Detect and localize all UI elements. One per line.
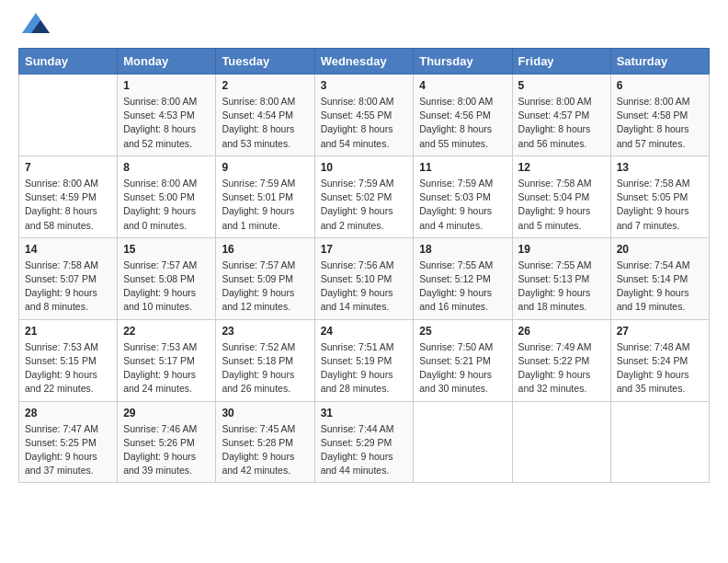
daylight: Daylight: 8 hours and 56 minutes. bbox=[518, 123, 591, 148]
sunrise: Sunrise: 7:46 AM bbox=[123, 423, 197, 434]
day-info: Sunrise: 7:53 AM Sunset: 5:15 PM Dayligh… bbox=[25, 340, 111, 396]
sunset: Sunset: 5:01 PM bbox=[222, 191, 293, 202]
calendar-cell: 24 Sunrise: 7:51 AM Sunset: 5:19 PM Dayl… bbox=[314, 319, 414, 401]
calendar-table: SundayMondayTuesdayWednesdayThursdayFrid… bbox=[18, 48, 710, 483]
sunrise: Sunrise: 8:00 AM bbox=[419, 96, 493, 107]
daylight: Daylight: 9 hours and 2 minutes. bbox=[321, 205, 393, 230]
daylight: Daylight: 9 hours and 5 minutes. bbox=[518, 205, 591, 230]
daylight: Daylight: 9 hours and 14 minutes. bbox=[321, 287, 393, 312]
calendar-cell: 27 Sunrise: 7:48 AM Sunset: 5:24 PM Dayl… bbox=[610, 319, 709, 401]
calendar-cell: 29 Sunrise: 7:46 AM Sunset: 5:26 PM Dayl… bbox=[118, 401, 216, 483]
calendar-cell: 16 Sunrise: 7:57 AM Sunset: 5:09 PM Dayl… bbox=[216, 237, 314, 319]
weekday-header: Sunday bbox=[19, 49, 118, 75]
sunset: Sunset: 5:08 PM bbox=[123, 273, 195, 284]
calendar-cell: 7 Sunrise: 8:00 AM Sunset: 4:59 PM Dayli… bbox=[19, 155, 118, 237]
day-number: 20 bbox=[617, 243, 703, 256]
calendar-cell: 26 Sunrise: 7:49 AM Sunset: 5:22 PM Dayl… bbox=[512, 319, 610, 401]
daylight: Daylight: 9 hours and 35 minutes. bbox=[617, 369, 689, 394]
day-number: 28 bbox=[25, 407, 111, 419]
sunrise: Sunrise: 7:44 AM bbox=[321, 423, 394, 434]
calendar-cell bbox=[610, 401, 709, 483]
day-number: 13 bbox=[617, 161, 703, 174]
sunrise: Sunrise: 7:56 AM bbox=[321, 259, 394, 270]
sunrise: Sunrise: 7:59 AM bbox=[419, 178, 493, 189]
calendar-cell: 12 Sunrise: 7:58 AM Sunset: 5:04 PM Dayl… bbox=[512, 155, 610, 237]
calendar-cell bbox=[19, 75, 118, 156]
day-info: Sunrise: 7:45 AM Sunset: 5:28 PM Dayligh… bbox=[222, 422, 308, 478]
daylight: Daylight: 9 hours and 32 minutes. bbox=[518, 369, 591, 394]
sunset: Sunset: 5:17 PM bbox=[123, 355, 195, 366]
day-number: 15 bbox=[123, 243, 210, 256]
day-info: Sunrise: 7:44 AM Sunset: 5:29 PM Dayligh… bbox=[321, 422, 408, 478]
sunset: Sunset: 5:21 PM bbox=[419, 355, 491, 366]
calendar-cell: 21 Sunrise: 7:53 AM Sunset: 5:15 PM Dayl… bbox=[19, 319, 118, 401]
sunrise: Sunrise: 8:00 AM bbox=[321, 96, 394, 107]
sunrise: Sunrise: 7:51 AM bbox=[321, 341, 394, 352]
day-number: 11 bbox=[419, 161, 506, 174]
calendar-cell: 30 Sunrise: 7:45 AM Sunset: 5:28 PM Dayl… bbox=[216, 401, 314, 483]
sunset: Sunset: 5:15 PM bbox=[25, 355, 97, 366]
calendar-week-row: 21 Sunrise: 7:53 AM Sunset: 5:15 PM Dayl… bbox=[19, 319, 710, 401]
calendar-cell: 28 Sunrise: 7:47 AM Sunset: 5:25 PM Dayl… bbox=[19, 401, 118, 483]
daylight: Daylight: 8 hours and 52 minutes. bbox=[123, 123, 196, 148]
sunset: Sunset: 5:14 PM bbox=[617, 273, 688, 284]
day-number: 14 bbox=[25, 243, 111, 256]
day-info: Sunrise: 8:00 AM Sunset: 4:55 PM Dayligh… bbox=[321, 95, 408, 151]
day-info: Sunrise: 7:59 AM Sunset: 5:03 PM Dayligh… bbox=[419, 177, 506, 233]
sunrise: Sunrise: 7:58 AM bbox=[518, 178, 592, 189]
day-number: 12 bbox=[518, 161, 605, 174]
sunset: Sunset: 4:54 PM bbox=[222, 109, 293, 121]
page-header bbox=[18, 18, 710, 33]
day-number: 4 bbox=[419, 79, 506, 92]
sunset: Sunset: 4:59 PM bbox=[25, 191, 97, 202]
sunset: Sunset: 5:18 PM bbox=[222, 355, 293, 366]
calendar-header-row: SundayMondayTuesdayWednesdayThursdayFrid… bbox=[19, 49, 710, 75]
sunrise: Sunrise: 7:50 AM bbox=[419, 341, 493, 352]
day-info: Sunrise: 7:53 AM Sunset: 5:17 PM Dayligh… bbox=[123, 340, 210, 396]
weekday-header: Wednesday bbox=[314, 49, 414, 75]
sunrise: Sunrise: 8:00 AM bbox=[123, 178, 197, 189]
daylight: Daylight: 9 hours and 16 minutes. bbox=[419, 287, 492, 312]
day-number: 5 bbox=[518, 79, 605, 92]
sunset: Sunset: 5:24 PM bbox=[617, 355, 688, 366]
sunrise: Sunrise: 8:00 AM bbox=[123, 96, 197, 107]
day-number: 9 bbox=[222, 161, 308, 174]
calendar-cell: 22 Sunrise: 7:53 AM Sunset: 5:17 PM Dayl… bbox=[118, 319, 216, 401]
sunrise: Sunrise: 7:49 AM bbox=[518, 341, 592, 352]
sunrise: Sunrise: 8:00 AM bbox=[25, 178, 98, 189]
daylight: Daylight: 9 hours and 1 minute. bbox=[222, 205, 294, 230]
sunset: Sunset: 5:19 PM bbox=[321, 355, 392, 366]
calendar-cell: 18 Sunrise: 7:55 AM Sunset: 5:12 PM Dayl… bbox=[414, 237, 512, 319]
daylight: Daylight: 9 hours and 24 minutes. bbox=[123, 369, 196, 394]
day-info: Sunrise: 7:49 AM Sunset: 5:22 PM Dayligh… bbox=[518, 340, 605, 396]
sunset: Sunset: 5:22 PM bbox=[518, 355, 590, 366]
day-number: 26 bbox=[518, 325, 605, 338]
sunset: Sunset: 5:10 PM bbox=[321, 273, 392, 284]
calendar-week-row: 28 Sunrise: 7:47 AM Sunset: 5:25 PM Dayl… bbox=[19, 401, 710, 483]
day-info: Sunrise: 7:59 AM Sunset: 5:02 PM Dayligh… bbox=[321, 177, 408, 233]
sunrise: Sunrise: 7:55 AM bbox=[518, 259, 592, 270]
day-info: Sunrise: 8:00 AM Sunset: 4:54 PM Dayligh… bbox=[222, 95, 308, 151]
daylight: Daylight: 9 hours and 44 minutes. bbox=[321, 451, 393, 476]
day-number: 18 bbox=[419, 243, 506, 256]
weekday-header: Tuesday bbox=[216, 49, 314, 75]
daylight: Daylight: 9 hours and 4 minutes. bbox=[419, 205, 492, 230]
calendar-cell: 10 Sunrise: 7:59 AM Sunset: 5:02 PM Dayl… bbox=[314, 155, 414, 237]
sunset: Sunset: 5:29 PM bbox=[321, 437, 392, 448]
sunrise: Sunrise: 7:57 AM bbox=[123, 259, 197, 270]
sunset: Sunset: 5:09 PM bbox=[222, 273, 293, 284]
sunrise: Sunrise: 8:00 AM bbox=[518, 96, 592, 107]
day-number: 31 bbox=[321, 407, 408, 419]
calendar-cell: 11 Sunrise: 7:59 AM Sunset: 5:03 PM Dayl… bbox=[414, 155, 512, 237]
sunrise: Sunrise: 7:59 AM bbox=[321, 178, 394, 189]
day-number: 10 bbox=[321, 161, 408, 174]
day-info: Sunrise: 7:58 AM Sunset: 5:07 PM Dayligh… bbox=[25, 259, 111, 315]
day-info: Sunrise: 8:00 AM Sunset: 5:00 PM Dayligh… bbox=[123, 177, 210, 233]
day-info: Sunrise: 7:54 AM Sunset: 5:14 PM Dayligh… bbox=[617, 259, 703, 315]
sunset: Sunset: 5:25 PM bbox=[25, 437, 97, 448]
daylight: Daylight: 9 hours and 30 minutes. bbox=[419, 369, 492, 394]
sunrise: Sunrise: 8:00 AM bbox=[617, 96, 690, 107]
calendar-cell: 25 Sunrise: 7:50 AM Sunset: 5:21 PM Dayl… bbox=[414, 319, 512, 401]
day-number: 22 bbox=[123, 325, 210, 338]
sunrise: Sunrise: 7:54 AM bbox=[617, 259, 690, 270]
